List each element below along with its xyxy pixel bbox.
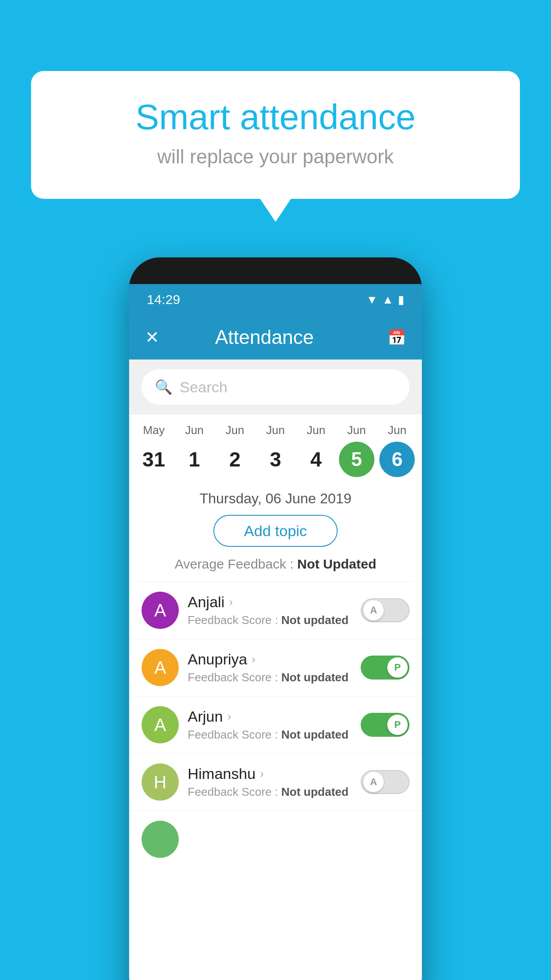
- feedback-himanshu: Feedback Score : Not updated: [188, 785, 352, 799]
- battery-icon: ▮: [398, 293, 404, 307]
- feedback-anjali: Feedback Score : Not updated: [188, 613, 352, 627]
- day-number-1: 1: [177, 442, 212, 477]
- day-month-2: Jun: [226, 423, 244, 437]
- bubble-subtitle: will replace your paperwork: [67, 146, 484, 168]
- toggle-knob-himanshu: A: [363, 772, 384, 792]
- day-month-1: Jun: [185, 423, 204, 437]
- toggle-knob-anupriya: P: [387, 657, 408, 678]
- student-row-anupriya[interactable]: A Anupriya › Feedback Score : Not update…: [129, 639, 422, 696]
- student-row-partial: [129, 811, 422, 868]
- search-bar[interactable]: 🔍 Search: [142, 369, 409, 405]
- day-number-0: 31: [136, 442, 172, 477]
- student-row-anjali[interactable]: A Anjali › Feedback Score : Not updated …: [129, 582, 422, 639]
- student-name-anupriya: Anupriya ›: [188, 651, 352, 668]
- search-icon: 🔍: [155, 379, 173, 395]
- phone-frame-wrapper: 14:29 ▼ ▲ ▮ ✕ Attendance 📅 🔍 Search: [129, 257, 422, 980]
- day-number-3: 3: [258, 442, 293, 477]
- feedback-anupriya: Feedback Score : Not updated: [188, 671, 352, 684]
- chevron-himanshu: ›: [260, 767, 264, 781]
- calendar-day-1[interactable]: Jun 1: [177, 423, 212, 477]
- avg-feedback: Average Feedback : Not Updated: [129, 557, 422, 581]
- chevron-anupriya: ›: [252, 652, 256, 666]
- signal-icon: ▲: [382, 293, 394, 307]
- day-number-6: 6: [379, 442, 415, 477]
- chevron-arjun: ›: [227, 710, 231, 723]
- app-bar-title: Attendance: [142, 326, 387, 348]
- day-month-4: Jun: [307, 423, 325, 437]
- calendar-button[interactable]: 📅: [387, 328, 406, 346]
- avatar-anjali: A: [142, 592, 179, 629]
- day-month-3: Jun: [266, 423, 285, 437]
- avatar-partial: [142, 821, 179, 858]
- speech-bubble: Smart attendance will replace your paper…: [31, 71, 520, 199]
- status-bar: 14:29 ▼ ▲ ▮: [129, 284, 422, 315]
- day-number-5: 5: [339, 442, 374, 477]
- calendar-day-2[interactable]: Jun 2: [217, 423, 253, 477]
- add-topic-button[interactable]: Add topic: [213, 515, 338, 547]
- selected-date: Thursday, 06 June 2019: [129, 482, 422, 515]
- day-number-2: 2: [217, 442, 253, 477]
- student-name-anjali: Anjali ›: [188, 593, 352, 611]
- day-month-5: Jun: [347, 423, 366, 437]
- toggle-anjali[interactable]: A: [361, 598, 409, 622]
- avatar-himanshu: H: [142, 763, 179, 801]
- calendar-day-5[interactable]: Jun 5: [339, 423, 374, 477]
- calendar-day-4[interactable]: Jun 4: [298, 423, 334, 477]
- day-number-4: 4: [298, 442, 334, 477]
- status-icons: ▼ ▲ ▮: [366, 293, 404, 307]
- app-bar: ✕ Attendance 📅: [129, 315, 422, 360]
- toggle-anupriya[interactable]: P: [361, 656, 409, 680]
- student-info-himanshu: Himanshu › Feedback Score : Not updated: [179, 765, 361, 799]
- search-container: 🔍 Search: [129, 360, 422, 415]
- avg-feedback-value: Not Updated: [297, 557, 376, 571]
- student-info-anjali: Anjali › Feedback Score : Not updated: [179, 593, 361, 627]
- phone-screen: 🔍 Search May 31 Jun 1 Jun 2: [129, 360, 422, 980]
- search-input[interactable]: Search: [180, 379, 228, 396]
- toggle-himanshu[interactable]: A: [361, 770, 409, 794]
- phone-notch: [249, 257, 302, 275]
- calendar-day-0[interactable]: May 31: [136, 423, 172, 477]
- day-month-6: Jun: [388, 423, 406, 437]
- student-row-arjun[interactable]: A Arjun › Feedback Score : Not updated P: [129, 696, 422, 754]
- phone-frame: 14:29 ▼ ▲ ▮ ✕ Attendance 📅 🔍 Search: [129, 257, 422, 980]
- calendar-day-3[interactable]: Jun 3: [258, 423, 293, 477]
- wifi-icon: ▼: [366, 293, 378, 307]
- chevron-anjali: ›: [229, 595, 233, 609]
- toggle-knob-arjun: P: [387, 715, 408, 735]
- status-time: 14:29: [147, 292, 180, 307]
- bubble-title: Smart attendance: [67, 98, 484, 137]
- student-info-anupriya: Anupriya › Feedback Score : Not updated: [179, 651, 361, 684]
- student-row-himanshu[interactable]: H Himanshu › Feedback Score : Not update…: [129, 754, 422, 811]
- calendar-row: May 31 Jun 1 Jun 2 Jun 3 Jun 4: [129, 415, 422, 482]
- speech-bubble-container: Smart attendance will replace your paper…: [31, 71, 520, 199]
- calendar-day-6[interactable]: Jun 6: [379, 423, 415, 477]
- toggle-arjun[interactable]: P: [361, 713, 409, 737]
- toggle-knob-anjali: A: [363, 600, 384, 620]
- avg-feedback-label: Average Feedback :: [175, 557, 294, 571]
- feedback-arjun: Feedback Score : Not updated: [188, 728, 352, 742]
- phone-top-border: [129, 257, 422, 284]
- avatar-anupriya: A: [142, 649, 179, 686]
- student-info-arjun: Arjun › Feedback Score : Not updated: [179, 708, 361, 742]
- day-month-0: May: [143, 423, 165, 437]
- avatar-arjun: A: [142, 706, 179, 743]
- student-name-arjun: Arjun ›: [188, 708, 352, 725]
- student-name-himanshu: Himanshu ›: [188, 765, 352, 782]
